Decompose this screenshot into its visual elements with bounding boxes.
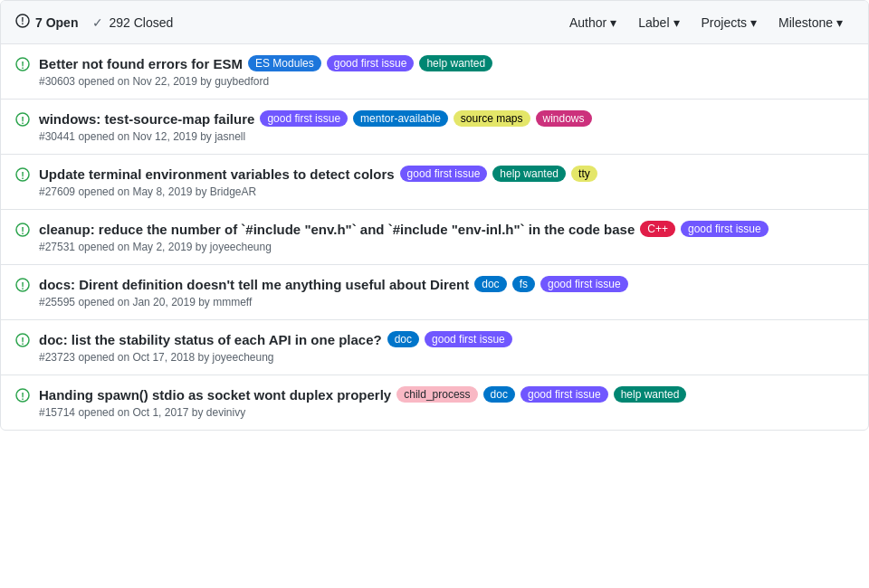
issue-title[interactable]: windows: test-source-map failure <box>39 111 254 127</box>
svg-text:!: ! <box>21 391 24 402</box>
issue-title[interactable]: docs: Dirent definition doesn't tell me … <box>39 277 469 292</box>
issue-content: Handing spawn() stdio as socket wont dup… <box>39 386 854 419</box>
issue-item: ! Handing spawn() stdio as socket wont d… <box>1 375 868 430</box>
issue-open-icon: ! <box>15 278 30 295</box>
issues-container: ! 7 Open ✓ 292 Closed Author ▾ Label ▾ P… <box>0 0 869 431</box>
issue-title-row: Update terminal environment variables to… <box>39 166 854 182</box>
header-right: Author ▾ Label ▾ Projects ▾ Milestone ▾ <box>559 12 854 33</box>
issue-label[interactable]: good first issue <box>400 166 488 182</box>
check-icon: ✓ <box>92 15 103 30</box>
issue-label[interactable]: doc <box>474 276 506 292</box>
issue-label[interactable]: windows <box>536 110 592 127</box>
issue-label[interactable]: C++ <box>640 221 675 237</box>
projects-chevron-icon: ▾ <box>750 15 757 30</box>
issue-label[interactable]: help wanted <box>614 386 687 403</box>
issue-label[interactable]: source maps <box>454 110 530 127</box>
header-left: ! 7 Open ✓ 292 Closed <box>15 10 173 34</box>
issue-meta: #30441 opened on Nov 12, 2019 by jasnell <box>39 130 854 143</box>
issue-label[interactable]: help wanted <box>492 166 566 182</box>
label-filter-button[interactable]: Label ▾ <box>627 12 690 33</box>
milestone-filter-button[interactable]: Milestone ▾ <box>768 12 854 33</box>
svg-text:!: ! <box>21 60 24 71</box>
issue-open-icon: ! <box>15 333 30 350</box>
issue-title[interactable]: Handing spawn() stdio as socket wont dup… <box>39 387 391 403</box>
issues-header: ! 7 Open ✓ 292 Closed Author ▾ Label ▾ P… <box>1 1 868 44</box>
issue-open-icon: ! <box>15 223 30 240</box>
issue-open-icon: ! <box>15 57 30 74</box>
issue-title[interactable]: cleanup: reduce the number of `#include … <box>39 222 635 237</box>
issue-list: ! Better not found errors for ESM ES Mod… <box>1 44 868 430</box>
issue-item: ! cleanup: reduce the number of `#includ… <box>1 210 868 265</box>
issue-meta: #27609 opened on May 8, 2019 by BridgeAR <box>39 185 854 198</box>
issue-title-row: windows: test-source-map failure good fi… <box>39 110 854 127</box>
issue-content: windows: test-source-map failure good fi… <box>39 110 854 143</box>
label-label: Label <box>638 15 669 30</box>
label-chevron-icon: ▾ <box>673 15 680 30</box>
issue-meta: #27531 opened on May 2, 2019 by joyeeche… <box>39 241 854 253</box>
issue-label[interactable]: fs <box>512 276 535 292</box>
issue-open-icon: ! <box>15 167 30 185</box>
issue-label[interactable]: good first issue <box>425 331 512 347</box>
svg-text:!: ! <box>21 16 24 26</box>
issue-meta: #15714 opened on Oct 1, 2017 by devinivy <box>39 406 854 419</box>
issue-item: ! docs: Dirent definition doesn't tell m… <box>1 265 868 320</box>
issue-label[interactable]: mentor-available <box>353 110 448 127</box>
svg-text:!: ! <box>21 225 24 236</box>
issue-label[interactable]: doc <box>387 331 419 347</box>
issue-item: ! Update terminal environment variables … <box>1 155 868 210</box>
milestone-chevron-icon: ▾ <box>836 15 843 30</box>
svg-text:!: ! <box>21 336 24 346</box>
issue-meta: #23723 opened on Oct 17, 2018 by joyeech… <box>39 351 854 364</box>
issue-title[interactable]: doc: list the stability status of each A… <box>39 332 382 347</box>
projects-label: Projects <box>702 15 748 30</box>
issue-content: Update terminal environment variables to… <box>39 166 854 198</box>
issue-label[interactable]: ES Modules <box>248 55 321 71</box>
issue-content: doc: list the stability status of each A… <box>39 331 854 364</box>
author-filter-button[interactable]: Author ▾ <box>559 12 627 33</box>
svg-text:!: ! <box>21 280 24 291</box>
milestone-label: Milestone <box>778 15 833 30</box>
issue-label[interactable]: good first issue <box>540 276 628 292</box>
issue-label[interactable]: tty <box>571 166 597 182</box>
issue-label[interactable]: help wanted <box>419 55 492 71</box>
closed-count: 292 Closed <box>109 15 173 30</box>
issue-label[interactable]: good first issue <box>681 221 769 237</box>
open-issues-button[interactable]: ! 7 Open <box>15 10 78 34</box>
issue-meta: #30603 opened on Nov 22, 2019 by guybedf… <box>39 75 854 88</box>
issue-title-row: cleanup: reduce the number of `#include … <box>39 221 854 237</box>
issue-content: cleanup: reduce the number of `#include … <box>39 221 854 253</box>
issue-title[interactable]: Better not found errors for ESM <box>39 56 243 71</box>
author-label: Author <box>569 15 606 30</box>
author-chevron-icon: ▾ <box>610 15 616 30</box>
issue-item: ! Better not found errors for ESM ES Mod… <box>1 44 868 100</box>
issue-open-icon: ! <box>15 112 30 129</box>
svg-text:!: ! <box>21 115 24 126</box>
issue-label[interactable]: doc <box>483 386 515 403</box>
issue-label[interactable]: good first issue <box>327 55 415 71</box>
open-circle-icon: ! <box>15 14 30 31</box>
issue-label[interactable]: child_process <box>396 386 477 403</box>
issue-title-row: docs: Dirent definition doesn't tell me … <box>39 276 854 292</box>
issue-label[interactable]: good first issue <box>260 110 348 127</box>
svg-text:!: ! <box>21 170 24 181</box>
closed-issues-button[interactable]: ✓ 292 Closed <box>92 12 173 33</box>
issue-item: ! doc: list the stability status of each… <box>1 320 868 375</box>
issue-open-icon: ! <box>15 388 30 405</box>
issue-content: docs: Dirent definition doesn't tell me … <box>39 276 854 308</box>
issue-title-row: Handing spawn() stdio as socket wont dup… <box>39 386 854 403</box>
issue-title-row: Better not found errors for ESM ES Modul… <box>39 55 854 71</box>
issue-meta: #25595 opened on Jan 20, 2019 by mmmeff <box>39 296 854 308</box>
projects-filter-button[interactable]: Projects ▾ <box>691 12 769 33</box>
issue-label[interactable]: good first issue <box>520 386 608 403</box>
open-count: 7 Open <box>35 15 78 30</box>
issue-item: ! windows: test-source-map failure good … <box>1 100 868 155</box>
issue-content: Better not found errors for ESM ES Modul… <box>39 55 854 88</box>
issue-title[interactable]: Update terminal environment variables to… <box>39 166 395 182</box>
issue-title-row: doc: list the stability status of each A… <box>39 331 854 347</box>
